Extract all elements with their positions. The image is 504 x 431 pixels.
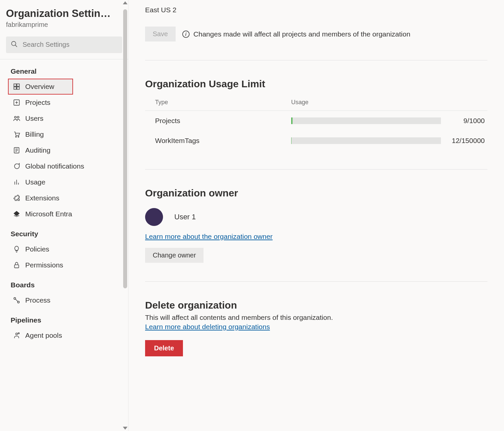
delete-learn-more-link[interactable]: Learn more about deleting organizations [145,323,270,331]
sidebar-item-permissions[interactable]: Permissions [0,257,128,273]
delete-description: This will affect all contents and member… [145,314,487,322]
svg-rect-5 [17,87,19,89]
owner-avatar [145,208,163,226]
sidebar-item-label: Auditing [25,146,50,154]
sidebar-title: Organization Settin… [6,7,122,20]
owner-name: User 1 [174,213,196,221]
cart-icon [13,130,21,138]
svg-rect-20 [15,265,19,268]
search-input[interactable] [22,40,118,49]
group-title-general: General [0,59,128,79]
usage-title: Organization Usage Limit [145,78,487,90]
info-icon: i [182,31,190,38]
usage-bar [291,117,441,124]
sidebar-item-label: Users [25,114,43,122]
svg-point-0 [12,41,16,46]
svg-point-12 [18,136,19,137]
sidebar-item-projects[interactable]: Projects [0,95,128,110]
group-title-security: Security [0,222,128,241]
usage-bar-fill [291,117,293,124]
owner-title: Organization owner [145,187,487,199]
delete-title: Delete organization [145,300,487,311]
users-icon [13,114,21,122]
divider [145,60,487,60]
svg-point-9 [15,116,17,118]
plus-box-icon [13,99,21,107]
scroll-down-icon [123,427,127,430]
lock-icon [13,261,21,269]
sidebar-item-policies[interactable]: Policies [0,241,128,257]
sidebar-item-overview[interactable]: Overview [8,79,73,95]
sidebar-item-label: Microsoft Entra [25,210,72,218]
sidebar-org-name: fabrikamprime [6,21,122,29]
usage-type: WorkItemTags [155,137,291,145]
usage-value: 9/1000 [441,117,487,125]
usage-row-projects: Projects 9/1000 [145,111,487,131]
chat-icon [13,162,21,170]
sidebar-item-auditing[interactable]: Auditing [0,142,128,158]
svg-line-1 [15,45,17,47]
group-title-pipelines: Pipelines [0,308,128,327]
sidebar-item-process[interactable]: Process [0,292,128,308]
save-note-text: Changes made will affect all projects an… [194,30,410,38]
save-note: i Changes made will affect all projects … [182,30,410,38]
sidebar-item-billing[interactable]: Billing [0,126,128,142]
usage-table-header: Type Usage [145,99,487,111]
bars-icon [13,178,21,186]
sidebar-item-label: Agent pools [25,331,62,339]
delete-button[interactable]: Delete [145,340,183,356]
sidebar-item-entra[interactable]: Microsoft Entra [0,206,128,222]
divider [145,169,487,170]
sidebar-item-label: Policies [25,245,49,253]
grid-icon [13,83,21,91]
svg-point-11 [16,136,17,137]
change-owner-button[interactable]: Change owner [145,248,204,263]
svg-rect-3 [17,84,19,86]
svg-point-24 [18,333,20,334]
sidebar-item-label: Process [25,296,50,304]
list-icon [13,146,21,154]
agent-icon [13,331,21,339]
svg-rect-2 [14,84,16,86]
entra-icon [13,210,21,218]
sidebar-item-extensions[interactable]: Extensions [0,190,128,206]
sidebar-item-label: Permissions [25,261,63,269]
puzzle-icon [13,194,21,202]
sidebar-item-label: Extensions [25,194,59,202]
sidebar-item-label: Usage [25,178,45,186]
svg-point-10 [17,116,19,118]
scroll-up-icon [123,1,127,4]
svg-point-23 [16,333,18,335]
usage-type: Projects [155,117,291,125]
sidebar-item-usage[interactable]: Usage [0,174,128,190]
process-icon [13,296,21,304]
group-title-boards: Boards [0,273,128,292]
sidebar-item-notifications[interactable]: Global notifications [0,158,128,174]
usage-col-type: Type [155,99,291,106]
main-content: East US 2 Save i Changes made will affec… [128,0,504,431]
usage-row-workitemtags: WorkItemTags 12/150000 [145,131,487,151]
region-value: East US 2 [145,6,487,14]
bulb-icon [13,245,21,253]
svg-rect-4 [14,87,16,89]
usage-col-usage: Usage [291,99,441,106]
sidebar-item-label: Global notifications [25,162,84,170]
usage-value: 12/150000 [441,137,487,145]
sidebar-item-agent-pools[interactable]: Agent pools [0,327,128,343]
sidebar-item-label: Overview [25,83,54,91]
sidebar-item-label: Projects [25,99,50,107]
search-settings-box[interactable] [6,36,122,53]
sidebar-item-users[interactable]: Users [0,110,128,126]
usage-bar [291,137,441,144]
sidebar: Organization Settin… fabrikamprime Gener… [0,0,128,431]
save-button[interactable]: Save [145,27,176,41]
sidebar-item-label: Billing [25,130,44,138]
search-icon [11,40,18,49]
divider [145,281,487,282]
owner-learn-more-link[interactable]: Learn more about the organization owner [145,233,273,241]
